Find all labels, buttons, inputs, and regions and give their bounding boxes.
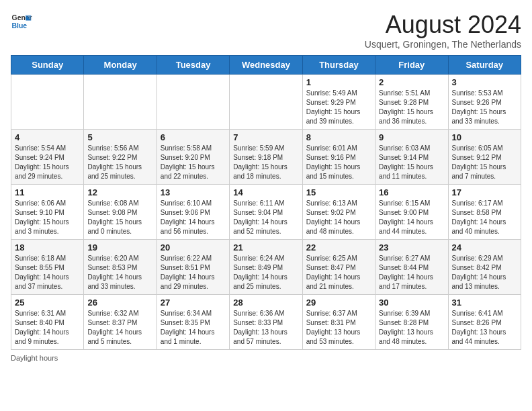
header-wednesday: Wednesday [230, 56, 302, 75]
day-info: Sunrise: 5:59 AMSunset: 9:18 PMDaylight:… [233, 144, 298, 181]
calendar-cell [84, 75, 157, 130]
calendar-cell: 2Sunrise: 5:51 AMSunset: 9:28 PMDaylight… [375, 75, 448, 130]
logo-icon: General Blue [11, 11, 32, 32]
calendar-cell: 5Sunrise: 5:56 AMSunset: 9:22 PMDaylight… [84, 130, 157, 185]
week-row-1: 1Sunrise: 5:49 AMSunset: 9:29 PMDaylight… [11, 75, 521, 130]
calendar-cell: 30Sunrise: 6:39 AMSunset: 8:28 PMDayligh… [375, 295, 448, 350]
calendar-cell: 25Sunrise: 6:31 AMSunset: 8:40 PMDayligh… [11, 295, 84, 350]
calendar-body: 1Sunrise: 5:49 AMSunset: 9:29 PMDaylight… [11, 75, 521, 350]
day-number: 30 [379, 298, 444, 308]
day-number: 27 [161, 298, 226, 308]
day-info: Sunrise: 6:34 AMSunset: 8:35 PMDaylight:… [161, 309, 226, 347]
day-number: 31 [452, 298, 517, 308]
calendar-cell [11, 75, 84, 130]
day-number: 29 [306, 298, 371, 308]
day-info: Sunrise: 5:54 AMSunset: 9:24 PMDaylight:… [15, 144, 80, 181]
calendar-cell: 28Sunrise: 6:36 AMSunset: 8:33 PMDayligh… [230, 295, 302, 350]
day-info: Sunrise: 6:41 AMSunset: 8:26 PMDaylight:… [452, 309, 517, 347]
day-info: Sunrise: 6:11 AMSunset: 9:04 PMDaylight:… [233, 199, 298, 236]
calendar-cell: 13Sunrise: 6:10 AMSunset: 9:06 PMDayligh… [157, 185, 229, 240]
day-number: 12 [87, 187, 152, 197]
day-number: 3 [452, 77, 517, 87]
day-number: 7 [233, 132, 298, 142]
day-info: Sunrise: 6:25 AMSunset: 8:47 PMDaylight:… [306, 254, 371, 291]
day-info: Sunrise: 6:05 AMSunset: 9:12 PMDaylight:… [452, 144, 517, 181]
day-number: 14 [233, 187, 298, 197]
week-row-2: 4Sunrise: 5:54 AMSunset: 9:24 PMDaylight… [11, 130, 521, 185]
day-info: Sunrise: 6:31 AMSunset: 8:40 PMDaylight:… [15, 309, 80, 347]
day-number: 5 [87, 132, 152, 142]
calendar-cell: 14Sunrise: 6:11 AMSunset: 9:04 PMDayligh… [230, 185, 302, 240]
day-number: 10 [452, 132, 517, 142]
day-info: Sunrise: 6:06 AMSunset: 9:10 PMDaylight:… [15, 199, 80, 236]
day-number: 25 [15, 298, 80, 308]
day-info: Sunrise: 6:03 AMSunset: 9:14 PMDaylight:… [379, 144, 444, 181]
calendar-cell: 8Sunrise: 6:01 AMSunset: 9:16 PMDaylight… [302, 130, 375, 185]
day-info: Sunrise: 6:36 AMSunset: 8:33 PMDaylight:… [233, 309, 298, 347]
header-monday: Monday [84, 56, 157, 75]
calendar-cell: 11Sunrise: 6:06 AMSunset: 9:10 PMDayligh… [11, 185, 84, 240]
day-info: Sunrise: 5:53 AMSunset: 9:26 PMDaylight:… [452, 89, 517, 126]
day-info: Sunrise: 6:32 AMSunset: 8:37 PMDaylight:… [87, 309, 152, 347]
day-info: Sunrise: 6:27 AMSunset: 8:44 PMDaylight:… [379, 254, 444, 291]
day-info: Sunrise: 6:01 AMSunset: 9:16 PMDaylight:… [306, 144, 371, 181]
day-info: Sunrise: 5:49 AMSunset: 9:29 PMDaylight:… [306, 89, 371, 126]
week-row-4: 18Sunrise: 6:18 AMSunset: 8:55 PMDayligh… [11, 240, 521, 295]
footer-daylight: Daylight hours [11, 354, 521, 362]
svg-text:Blue: Blue [12, 22, 28, 30]
day-number: 4 [15, 132, 80, 142]
day-number: 28 [233, 298, 298, 308]
day-number: 21 [233, 242, 298, 253]
day-info: Sunrise: 6:24 AMSunset: 8:49 PMDaylight:… [233, 254, 298, 291]
week-row-3: 11Sunrise: 6:06 AMSunset: 9:10 PMDayligh… [11, 185, 521, 240]
header-sunday: Sunday [11, 56, 84, 75]
calendar-cell: 4Sunrise: 5:54 AMSunset: 9:24 PMDaylight… [11, 130, 84, 185]
day-info: Sunrise: 6:10 AMSunset: 9:06 PMDaylight:… [161, 199, 226, 236]
header-saturday: Saturday [448, 56, 521, 75]
day-number: 8 [306, 132, 371, 142]
day-number: 23 [379, 242, 444, 253]
day-number: 13 [161, 187, 226, 197]
calendar-cell: 23Sunrise: 6:27 AMSunset: 8:44 PMDayligh… [375, 240, 448, 295]
day-info: Sunrise: 6:13 AMSunset: 9:02 PMDaylight:… [306, 199, 371, 236]
day-number: 6 [161, 132, 226, 142]
day-info: Sunrise: 5:51 AMSunset: 9:28 PMDaylight:… [379, 89, 444, 126]
day-number: 20 [161, 242, 226, 253]
day-info: Sunrise: 6:20 AMSunset: 8:53 PMDaylight:… [87, 254, 152, 291]
weekday-header-row: Sunday Monday Tuesday Wednesday Thursday… [11, 56, 521, 75]
day-info: Sunrise: 6:22 AMSunset: 8:51 PMDaylight:… [161, 254, 226, 291]
header: General Blue August 2024 Usquert, Gronin… [11, 11, 521, 50]
calendar-cell: 22Sunrise: 6:25 AMSunset: 8:47 PMDayligh… [302, 240, 375, 295]
logo: General Blue [11, 11, 32, 32]
day-number: 9 [379, 132, 444, 142]
calendar-cell: 1Sunrise: 5:49 AMSunset: 9:29 PMDaylight… [302, 75, 375, 130]
day-info: Sunrise: 5:58 AMSunset: 9:20 PMDaylight:… [161, 144, 226, 181]
title-area: August 2024 Usquert, Groningen, The Neth… [365, 11, 521, 50]
calendar-cell: 18Sunrise: 6:18 AMSunset: 8:55 PMDayligh… [11, 240, 84, 295]
day-info: Sunrise: 6:37 AMSunset: 8:31 PMDaylight:… [306, 309, 371, 347]
day-number: 2 [379, 77, 444, 87]
day-info: Sunrise: 6:29 AMSunset: 8:42 PMDaylight:… [452, 254, 517, 291]
header-tuesday: Tuesday [157, 56, 229, 75]
day-info: Sunrise: 6:15 AMSunset: 9:00 PMDaylight:… [379, 199, 444, 236]
calendar-cell [157, 75, 229, 130]
calendar-header: Sunday Monday Tuesday Wednesday Thursday… [11, 56, 521, 75]
header-thursday: Thursday [302, 56, 375, 75]
day-info: Sunrise: 6:39 AMSunset: 8:28 PMDaylight:… [379, 309, 444, 347]
calendar-cell: 10Sunrise: 6:05 AMSunset: 9:12 PMDayligh… [448, 130, 521, 185]
day-number: 17 [452, 187, 517, 197]
calendar-cell: 16Sunrise: 6:15 AMSunset: 9:00 PMDayligh… [375, 185, 448, 240]
calendar-cell: 24Sunrise: 6:29 AMSunset: 8:42 PMDayligh… [448, 240, 521, 295]
calendar-cell [230, 75, 302, 130]
calendar-cell: 29Sunrise: 6:37 AMSunset: 8:31 PMDayligh… [302, 295, 375, 350]
calendar-cell: 17Sunrise: 6:17 AMSunset: 8:58 PMDayligh… [448, 185, 521, 240]
calendar-cell: 15Sunrise: 6:13 AMSunset: 9:02 PMDayligh… [302, 185, 375, 240]
day-number: 19 [87, 242, 152, 253]
calendar-cell: 21Sunrise: 6:24 AMSunset: 8:49 PMDayligh… [230, 240, 302, 295]
day-info: Sunrise: 5:56 AMSunset: 9:22 PMDaylight:… [87, 144, 152, 181]
day-info: Sunrise: 6:08 AMSunset: 9:08 PMDaylight:… [87, 199, 152, 236]
calendar-cell: 7Sunrise: 5:59 AMSunset: 9:18 PMDaylight… [230, 130, 302, 185]
day-info: Sunrise: 6:17 AMSunset: 8:58 PMDaylight:… [452, 199, 517, 236]
calendar-cell: 12Sunrise: 6:08 AMSunset: 9:08 PMDayligh… [84, 185, 157, 240]
calendar-cell: 19Sunrise: 6:20 AMSunset: 8:53 PMDayligh… [84, 240, 157, 295]
